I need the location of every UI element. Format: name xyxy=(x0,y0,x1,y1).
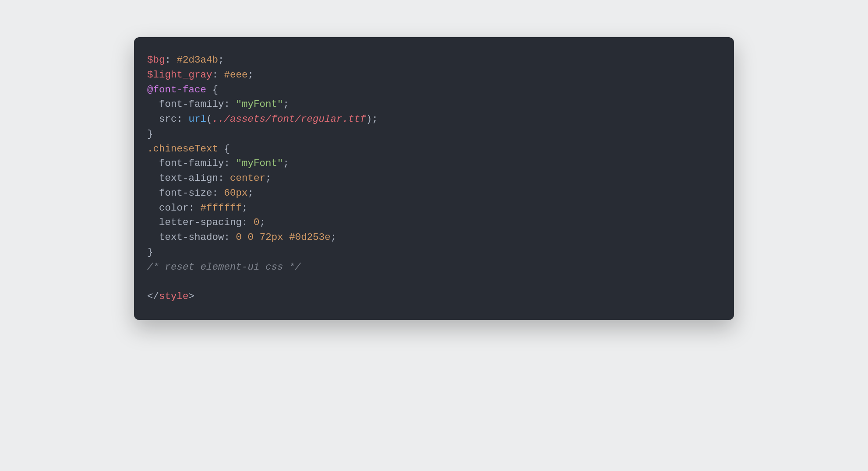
variable: $light_gray xyxy=(147,69,212,81)
function: url xyxy=(189,113,207,125)
property: font-size xyxy=(159,187,212,199)
hex-value: #ffffff xyxy=(201,202,242,214)
tag-name: style xyxy=(159,291,189,302)
property: text-shadow xyxy=(159,232,224,243)
url-argument: ../assets/font/regular.ttf xyxy=(212,113,366,125)
code-line xyxy=(147,274,721,289)
code-line: font-size: 60px; xyxy=(147,186,721,201)
code-line: $light_gray: #eee; xyxy=(147,68,721,83)
code-line: color: #ffffff; xyxy=(147,201,721,216)
code-line: text-align: center; xyxy=(147,171,721,186)
code-block: $bg: #2d3a4b; $light_gray: #eee; @font-f… xyxy=(134,37,734,320)
hex-value: #eee xyxy=(224,69,248,81)
code-line: font-family: "myFont"; xyxy=(147,97,721,112)
property: font-family xyxy=(159,98,224,110)
code-line: src: url(../assets/font/regular.ttf); xyxy=(147,112,721,127)
code-line: $bg: #2d3a4b; xyxy=(147,53,721,68)
code-line: letter-spacing: 0; xyxy=(147,215,721,230)
code-line: text-shadow: 0 0 72px #0d253e; xyxy=(147,230,721,245)
value: center xyxy=(230,172,265,184)
code-line: font-family: "myFont"; xyxy=(147,156,721,171)
hex-value: #2d3a4b xyxy=(177,54,219,66)
property: font-family xyxy=(159,158,224,169)
code-line: } xyxy=(147,127,721,142)
code-line: </style> xyxy=(147,289,721,304)
property: letter-spacing xyxy=(159,217,242,228)
comment: /* reset element-ui css */ xyxy=(147,261,301,273)
code-line: /* reset element-ui css */ xyxy=(147,260,721,275)
string-value: "myFont" xyxy=(236,98,283,110)
code-line: @font-face { xyxy=(147,83,721,98)
code-line: } xyxy=(147,245,721,260)
variable: $bg xyxy=(147,54,165,66)
value: 60px xyxy=(224,187,248,199)
code-line: .chineseText { xyxy=(147,142,721,157)
at-rule: @font-face xyxy=(147,84,206,95)
value: 0 xyxy=(254,217,260,228)
property: src xyxy=(159,113,177,125)
property: text-align xyxy=(159,172,218,184)
string-value: "myFont" xyxy=(236,158,283,169)
selector: .chineseText xyxy=(147,143,218,155)
property: color xyxy=(159,202,189,214)
